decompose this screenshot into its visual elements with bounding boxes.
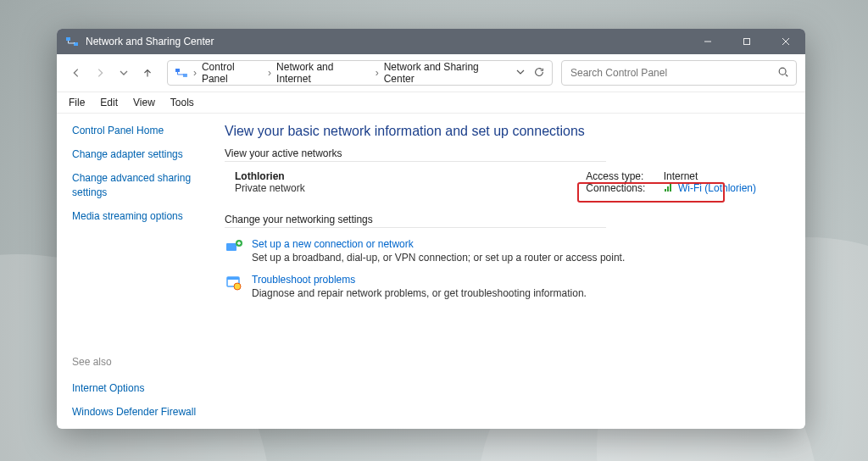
search-input[interactable] — [569, 66, 777, 80]
refresh-button[interactable] — [533, 66, 545, 81]
window-minimize-button[interactable] — [688, 29, 727, 54]
active-networks-heading: View your active networks — [225, 147, 790, 159]
search-icon — [777, 66, 789, 81]
window-title: Network and Sharing Center — [86, 36, 688, 47]
svg-rect-3 — [175, 69, 180, 72]
address-dropdown-button[interactable] — [516, 67, 525, 79]
svg-rect-6 — [665, 189, 666, 192]
breadcrumb-network-and-internet[interactable]: Network and Internet — [276, 61, 370, 85]
sidebar-windows-defender-firewall[interactable]: Windows Defender Firewall — [72, 405, 209, 419]
divider — [225, 227, 606, 228]
window-maximize-button[interactable] — [727, 29, 766, 54]
svg-point-13 — [234, 283, 241, 290]
menubar: File Edit View Tools — [57, 92, 805, 114]
option-troubleshoot-problems[interactable]: Troubleshoot problems Diagnose and repai… — [225, 274, 790, 299]
menu-file[interactable]: File — [62, 95, 92, 110]
svg-rect-12 — [227, 277, 239, 280]
access-type-row: Access type: Internet — [586, 170, 756, 182]
divider — [225, 161, 606, 162]
nav-recent-locations-button[interactable] — [113, 62, 135, 84]
wifi-signal-icon — [664, 182, 674, 195]
connections-row: Connections: Wi-Fi (Lothlorien) — [586, 182, 756, 195]
access-type-label: Access type: — [586, 170, 660, 182]
svg-rect-8 — [670, 184, 671, 192]
desktop: Network and Sharing Center — [0, 0, 868, 461]
troubleshoot-icon — [225, 274, 243, 292]
window-body: Control Panel Home Change adapter settin… — [57, 114, 805, 429]
svg-rect-2 — [744, 39, 750, 45]
control-panel-icon — [175, 66, 188, 80]
breadcrumb-network-sharing-center[interactable]: Network and Sharing Center — [384, 61, 511, 85]
svg-rect-0 — [66, 37, 70, 41]
network-name: Lothlorien — [235, 170, 305, 182]
window-titlebar[interactable]: Network and Sharing Center — [57, 29, 805, 54]
window-network-sharing-center: Network and Sharing Center — [57, 29, 805, 429]
page-heading: View your basic network information and … — [225, 124, 790, 139]
new-connection-icon — [225, 238, 243, 257]
change-networking-settings-heading: Change your networking settings — [225, 214, 790, 225]
search-box[interactable] — [561, 60, 797, 86]
svg-rect-9 — [226, 243, 236, 251]
option-troubleshoot-problems-desc: Diagnose and repair network problems, or… — [252, 287, 587, 299]
option-troubleshoot-problems-link[interactable]: Troubleshoot problems — [252, 274, 587, 286]
option-setup-new-connection-desc: Set up a broadband, dial-up, or VPN conn… — [252, 252, 625, 264]
sidebar-change-advanced-sharing-settings[interactable]: Change advanced sharing settings — [72, 171, 209, 198]
connection-wifi-link[interactable]: Wi-Fi (Lothlorien) — [678, 182, 756, 194]
menu-edit[interactable]: Edit — [93, 95, 125, 110]
svg-rect-7 — [667, 186, 669, 192]
connections-label: Connections: — [586, 182, 660, 194]
chevron-right-icon: › — [376, 67, 379, 79]
chevron-right-icon: › — [193, 67, 197, 79]
explorer-nav: › Control Panel › Network and Internet ›… — [57, 54, 805, 92]
option-setup-new-connection[interactable]: Set up a new connection or network Set u… — [225, 238, 790, 264]
svg-point-5 — [779, 68, 786, 75]
menu-view[interactable]: View — [126, 95, 162, 110]
nav-up-button[interactable] — [136, 62, 159, 84]
content-area: View your basic network information and … — [216, 114, 805, 429]
network-sharing-center-icon — [65, 35, 79, 48]
breadcrumb-control-panel[interactable]: Control Panel — [202, 61, 263, 85]
sidebar: Control Panel Home Change adapter settin… — [57, 114, 216, 429]
nav-forward-button[interactable] — [89, 62, 111, 84]
menu-tools[interactable]: Tools — [164, 95, 201, 110]
nav-back-button[interactable] — [65, 62, 87, 84]
sidebar-media-streaming-options[interactable]: Media streaming options — [72, 209, 209, 223]
svg-rect-4 — [183, 74, 187, 77]
address-bar[interactable]: › Control Panel › Network and Internet ›… — [167, 60, 553, 86]
access-type-value: Internet — [664, 170, 698, 182]
sidebar-control-panel-home[interactable]: Control Panel Home — [72, 124, 209, 137]
active-network-row: Lothlorien Private network Access type: … — [225, 170, 790, 195]
sidebar-change-adapter-settings[interactable]: Change adapter settings — [72, 147, 209, 161]
option-setup-new-connection-link[interactable]: Set up a new connection or network — [252, 238, 625, 250]
chevron-right-icon: › — [268, 67, 271, 79]
see-also-heading: See also — [72, 356, 209, 368]
window-close-button[interactable] — [766, 29, 805, 54]
sidebar-internet-options[interactable]: Internet Options — [72, 381, 209, 395]
network-type: Private network — [235, 182, 305, 194]
